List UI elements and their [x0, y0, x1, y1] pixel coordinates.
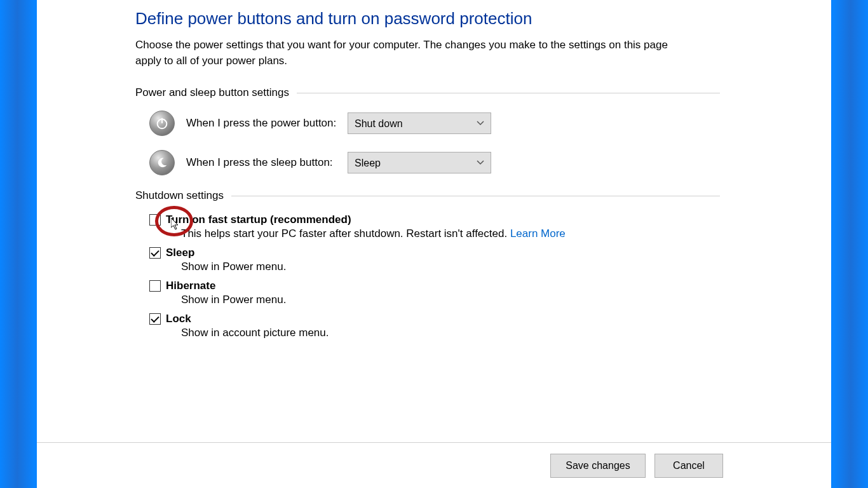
fast-startup-desc: This helps start your PC faster after sh… [181, 227, 720, 240]
page-title: Define power buttons and turn on passwor… [135, 9, 720, 29]
sleep-button-label: When I press the sleep button: [186, 156, 348, 169]
power-sleep-section-header: Power and sleep button settings [135, 86, 720, 99]
lock-title: Lock [166, 313, 191, 325]
shutdown-section-header: Shutdown settings [135, 189, 720, 202]
section-label: Power and sleep button settings [135, 86, 297, 99]
footer: Save changes Cancel [37, 442, 831, 488]
section-label: Shutdown settings [135, 189, 231, 202]
power-button-row: When I press the power button: Shut down [149, 111, 720, 136]
system-settings-window: Define power buttons and turn on passwor… [37, 0, 831, 488]
power-icon [149, 111, 175, 136]
lock-option: Lock Show in account picture menu. [149, 313, 720, 339]
cancel-button[interactable]: Cancel [654, 454, 723, 478]
lock-checkbox[interactable] [149, 313, 161, 325]
divider [231, 196, 720, 196]
sleep-button-row: When I press the sleep button: Sleep [149, 150, 720, 175]
sleep-checkbox[interactable] [149, 247, 161, 259]
divider [297, 93, 720, 93]
lock-desc: Show in account picture menu. [181, 327, 720, 339]
learn-more-link[interactable]: Learn More [510, 227, 566, 240]
page-description: Choose the power settings that you want … [135, 37, 688, 69]
content-area: Define power buttons and turn on passwor… [135, 9, 720, 346]
hibernate-option: Hibernate Show in Power menu. [149, 280, 720, 306]
hibernate-title: Hibernate [166, 280, 215, 292]
sleep-title: Sleep [166, 247, 194, 259]
hibernate-checkbox[interactable] [149, 280, 161, 292]
fast-startup-title: Turn on fast startup (recommended) [166, 214, 351, 226]
save-changes-button[interactable]: Save changes [550, 454, 646, 478]
shutdown-section: Shutdown settings Turn on fast startup (… [135, 189, 720, 339]
power-button-action-dropdown[interactable]: Shut down [348, 112, 491, 134]
sleep-desc: Show in Power menu. [181, 261, 720, 273]
sleep-button-action-dropdown[interactable]: Sleep [348, 152, 491, 173]
sleep-option: Sleep Show in Power menu. [149, 247, 720, 273]
sleep-icon [149, 150, 175, 175]
power-button-label: When I press the power button: [186, 117, 348, 130]
fast-startup-option: Turn on fast startup (recommended) This … [149, 214, 720, 240]
hibernate-desc: Show in Power menu. [181, 294, 720, 306]
fast-startup-checkbox[interactable] [149, 214, 161, 226]
